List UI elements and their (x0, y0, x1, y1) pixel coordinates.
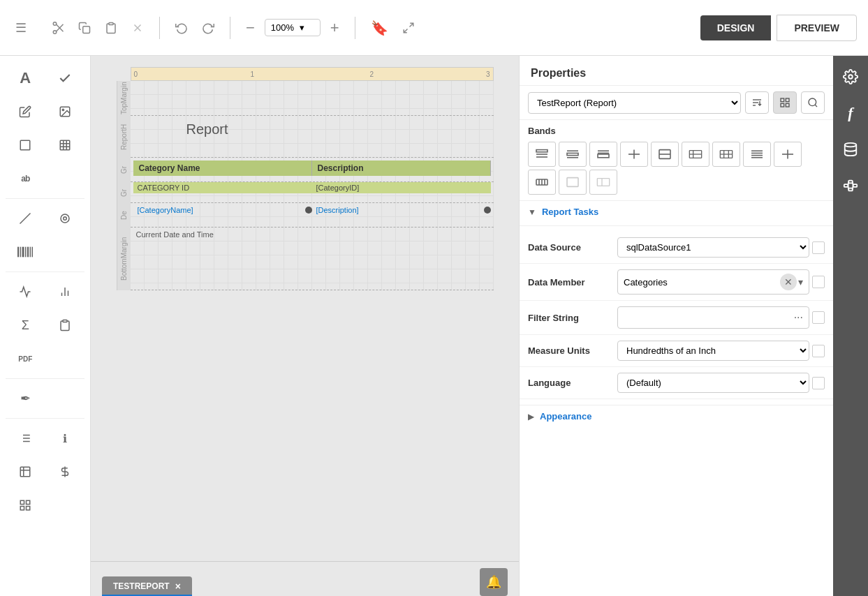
data-member-checkbox[interactable] (812, 276, 825, 288)
divider-2 (6, 271, 84, 272)
bookmark-button[interactable]: 🔖 (367, 17, 392, 39)
zoom-select[interactable]: 100% ▾ (265, 19, 321, 36)
sigma-icon[interactable]: Σ (11, 311, 39, 339)
tab-label: TESTREPORT (113, 581, 170, 591)
filter-string-field[interactable]: ··· (617, 306, 809, 329)
svg-rect-44 (21, 507, 24, 510)
measure-units-select[interactable]: Hundredths of an Inch (617, 341, 809, 361)
group-data-row: CATEGORY ID [CategoryID] (133, 182, 491, 193)
settings-icon[interactable] (838, 64, 863, 89)
data-member-dropdown-button[interactable]: ▾ (798, 274, 803, 290)
bell-button[interactable]: 🔔 (480, 568, 508, 596)
fullscreen-button[interactable] (398, 19, 419, 37)
ruler: 0 1 2 3 (131, 67, 494, 81)
tab-testreport[interactable]: TESTREPORT × (102, 576, 192, 596)
data-member-label: Data Member (528, 277, 612, 288)
info-icon[interactable]: ℹ (51, 424, 79, 452)
zoom-plus-button[interactable]: + (326, 16, 344, 40)
align-center-icon[interactable] (51, 458, 79, 486)
grid-icon[interactable] (11, 491, 39, 519)
hamburger-button[interactable]: ☰ (11, 17, 31, 38)
top-margin-content[interactable] (131, 81, 494, 116)
report-selector[interactable]: TestReport (Report) (528, 92, 741, 114)
appearance-header[interactable]: ▶ Appearance (528, 411, 825, 422)
band-btn-groupheader[interactable] (620, 142, 648, 167)
band-btn-5[interactable] (651, 142, 679, 167)
measure-units-control: Hundredths of an Inch (617, 341, 825, 361)
zoom-minus-button[interactable]: − (242, 16, 259, 40)
language-checkbox[interactable] (812, 377, 825, 389)
band-btn-12[interactable] (589, 170, 617, 195)
cut-button[interactable] (47, 19, 68, 37)
line-icon[interactable] (11, 204, 39, 232)
band-btn-7[interactable] (712, 142, 740, 167)
band-btn-9[interactable] (774, 142, 802, 167)
image-icon[interactable] (51, 98, 79, 126)
data-source-select[interactable]: sqlDataSource1 (617, 237, 809, 258)
filter-string-ellipsis-button[interactable]: ··· (794, 311, 803, 324)
circle-icon[interactable] (51, 204, 79, 232)
edit-icon[interactable] (11, 98, 39, 126)
rectangle-icon[interactable] (11, 131, 39, 159)
svg-point-89 (848, 75, 853, 79)
sort-button[interactable] (745, 91, 769, 114)
chart-bar-icon[interactable] (11, 278, 39, 306)
chart-line-icon[interactable] (51, 278, 79, 306)
empty-slot4 (51, 385, 79, 412)
band-btn-detail[interactable] (589, 142, 617, 167)
table3-icon[interactable] (11, 458, 39, 486)
filter-string-row: Filter String ··· (520, 301, 833, 335)
redo-button[interactable] (198, 19, 219, 37)
band-btn-reportheader[interactable] (559, 142, 587, 167)
list-icon[interactable] (11, 424, 39, 452)
field-handle-1[interactable] (305, 207, 312, 214)
svg-rect-94 (853, 184, 858, 187)
appearance-section: ▶ Appearance (520, 405, 833, 430)
bottom-margin-content[interactable]: Current Date and Time (131, 228, 494, 290)
language-select[interactable]: (Default) (617, 373, 809, 393)
band-btn-6[interactable] (682, 142, 709, 167)
copy-button[interactable] (74, 19, 95, 37)
delete-button[interactable] (127, 19, 148, 37)
search-props-button[interactable] (801, 91, 825, 114)
report-header-band: ReportH Report (117, 116, 494, 158)
paste-button[interactable] (101, 19, 122, 37)
data-member-clear-button[interactable]: ✕ (780, 274, 797, 290)
clipboard-icon[interactable] (51, 311, 79, 339)
report-tasks-header[interactable]: ▼ Report Tasks (528, 207, 825, 217)
detail-field-2[interactable]: [Description] (312, 204, 491, 216)
band-btn-8[interactable] (743, 142, 771, 167)
field-handle-2[interactable] (484, 207, 491, 214)
table-icon[interactable] (51, 131, 79, 159)
detail-band: De [CategoryName] [Description] (117, 203, 494, 228)
filter-string-checkbox[interactable] (812, 311, 825, 324)
database-icon[interactable] (838, 137, 863, 162)
detail-field-1[interactable]: [CategoryName] (133, 204, 312, 216)
group-header1-content[interactable]: Category Name Description (131, 158, 494, 182)
text-field-icon[interactable]: ab (11, 165, 39, 193)
undo-button[interactable] (171, 19, 192, 37)
svg-rect-50 (781, 98, 784, 102)
toolbar: ☰ − 100% ▾ + 🔖 DESIGN PREVIEW (0, 0, 868, 56)
barcode-icon[interactable] (11, 238, 39, 266)
pdf-icon[interactable]: PDF (11, 345, 39, 373)
font-icon[interactable]: f (838, 100, 863, 126)
measure-units-checkbox[interactable] (812, 345, 825, 357)
tab-close-button[interactable]: × (175, 581, 181, 592)
data-source-checkbox[interactable] (812, 241, 825, 254)
band-btn-10[interactable] (528, 170, 556, 195)
detail-content[interactable]: [CategoryName] [Description] (131, 203, 494, 228)
text-icon[interactable]: A (11, 64, 39, 92)
report-header-content[interactable]: Report (131, 116, 494, 158)
check-icon[interactable] (51, 64, 79, 92)
group-header2-content[interactable]: CATEGORY ID [CategoryID] (131, 182, 494, 203)
preview-button[interactable]: PREVIEW (777, 15, 857, 41)
design-button[interactable]: DESIGN (700, 15, 772, 40)
hierarchy-icon[interactable] (838, 173, 863, 198)
divider-1 (6, 198, 84, 199)
signature-icon[interactable]: ✒ (11, 385, 39, 412)
grid-view-button[interactable] (773, 91, 797, 114)
band-btn-topmargin[interactable] (528, 142, 556, 167)
report-title: Report (186, 121, 228, 137)
band-btn-11[interactable] (559, 170, 587, 195)
